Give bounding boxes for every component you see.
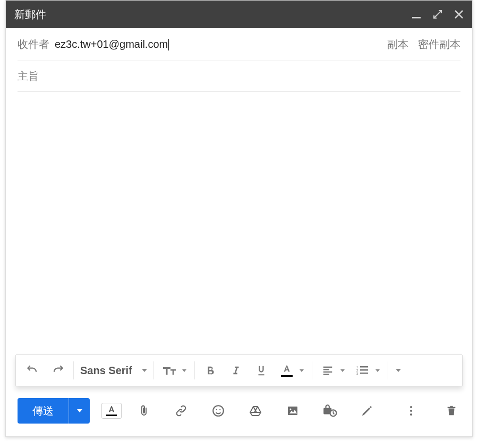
- attach-file-icon[interactable]: [136, 403, 151, 418]
- toolbar-separator: [73, 361, 74, 379]
- svg-rect-33: [450, 406, 453, 407]
- svg-point-31: [410, 413, 412, 416]
- align-icon[interactable]: [319, 361, 337, 379]
- insert-drive-icon[interactable]: [248, 403, 263, 418]
- header-fields: 收件者 ez3c.tw+01@gmail.com 副本 密件副本 主旨: [6, 28, 472, 92]
- svg-rect-22: [288, 407, 297, 415]
- text-color-icon[interactable]: [278, 361, 296, 379]
- font-size-icon[interactable]: [160, 361, 178, 379]
- svg-rect-13: [360, 369, 368, 371]
- toolbar-separator: [194, 361, 195, 379]
- font-name-label: Sans Serif: [80, 365, 132, 377]
- minimize-icon[interactable]: [412, 10, 421, 19]
- list-caret[interactable]: [374, 361, 381, 379]
- svg-rect-5: [323, 367, 332, 368]
- svg-rect-14: [360, 373, 368, 374]
- bottom-action-bar: 傳送: [6, 386, 472, 436]
- toolbar-separator: [312, 361, 312, 379]
- svg-point-29: [410, 406, 412, 408]
- underline-icon[interactable]: [252, 361, 270, 379]
- svg-rect-6: [323, 369, 329, 370]
- window-controls: [412, 10, 464, 19]
- discard-draft-icon[interactable]: [442, 402, 460, 420]
- toolbar-separator: [153, 361, 154, 379]
- text-cursor: [168, 39, 169, 50]
- recipients-extras: 副本 密件副本: [387, 37, 460, 52]
- svg-point-15: [213, 405, 224, 416]
- svg-rect-7: [323, 371, 332, 373]
- svg-point-24: [290, 409, 292, 410]
- svg-rect-8: [323, 374, 329, 375]
- bottom-right-tools: [402, 402, 460, 420]
- align-caret[interactable]: [339, 361, 346, 379]
- expand-icon[interactable]: [433, 10, 442, 19]
- more-options-icon[interactable]: [402, 402, 420, 420]
- confidential-mode-icon[interactable]: [322, 403, 337, 418]
- insert-photo-icon[interactable]: [285, 403, 300, 418]
- chevron-down-icon: [142, 369, 147, 372]
- subject-placeholder: 主旨: [18, 69, 39, 83]
- window-title: 新郵件: [14, 7, 46, 22]
- text-color-caret[interactable]: [298, 361, 305, 379]
- svg-point-17: [219, 409, 220, 410]
- svg-rect-32: [448, 407, 456, 408]
- font-family-select[interactable]: Sans Serif: [80, 365, 147, 377]
- insert-link-icon[interactable]: [174, 403, 189, 418]
- redo-icon[interactable]: [49, 361, 67, 379]
- toggle-formatting-icon[interactable]: [101, 403, 122, 419]
- numbered-list-icon[interactable]: 123: [354, 361, 372, 379]
- bottom-tools: [101, 403, 402, 419]
- italic-icon[interactable]: [227, 361, 245, 379]
- send-options-button[interactable]: [69, 398, 90, 424]
- svg-rect-12: [360, 366, 368, 368]
- recipients-label: 收件者: [18, 37, 49, 52]
- cc-button[interactable]: 副本: [387, 37, 408, 52]
- svg-point-16: [216, 409, 217, 410]
- toolbar-separator: [388, 361, 388, 379]
- subject-row[interactable]: 主旨: [18, 61, 460, 92]
- svg-line-28: [333, 413, 334, 415]
- insert-signature-icon[interactable]: [360, 403, 374, 418]
- insert-emoji-icon[interactable]: [211, 403, 226, 418]
- close-icon[interactable]: [454, 10, 464, 19]
- bcc-button[interactable]: 密件副本: [418, 37, 460, 52]
- more-format-icon[interactable]: [395, 361, 402, 379]
- recipients-value[interactable]: ez3c.tw+01@gmail.com: [55, 38, 387, 50]
- send-button[interactable]: 傳送: [18, 398, 69, 424]
- svg-point-30: [410, 410, 412, 412]
- svg-rect-0: [412, 17, 421, 19]
- send-button-group: 傳送: [18, 398, 90, 424]
- font-size-caret[interactable]: [181, 361, 188, 379]
- titlebar: 新郵件: [6, 1, 472, 28]
- recipients-row[interactable]: 收件者 ez3c.tw+01@gmail.com 副本 密件副本: [18, 28, 460, 61]
- bold-icon[interactable]: [201, 361, 219, 379]
- formatting-toolbar-wrap: Sans Serif: [6, 354, 472, 386]
- svg-text:3: 3: [356, 372, 358, 375]
- message-body[interactable]: [6, 92, 472, 354]
- undo-icon[interactable]: [23, 361, 41, 379]
- formatting-toolbar: Sans Serif: [15, 354, 463, 386]
- compose-window: 新郵件 收件者 ez3c.tw+01@gmail.com 副本 密件副本: [5, 0, 473, 437]
